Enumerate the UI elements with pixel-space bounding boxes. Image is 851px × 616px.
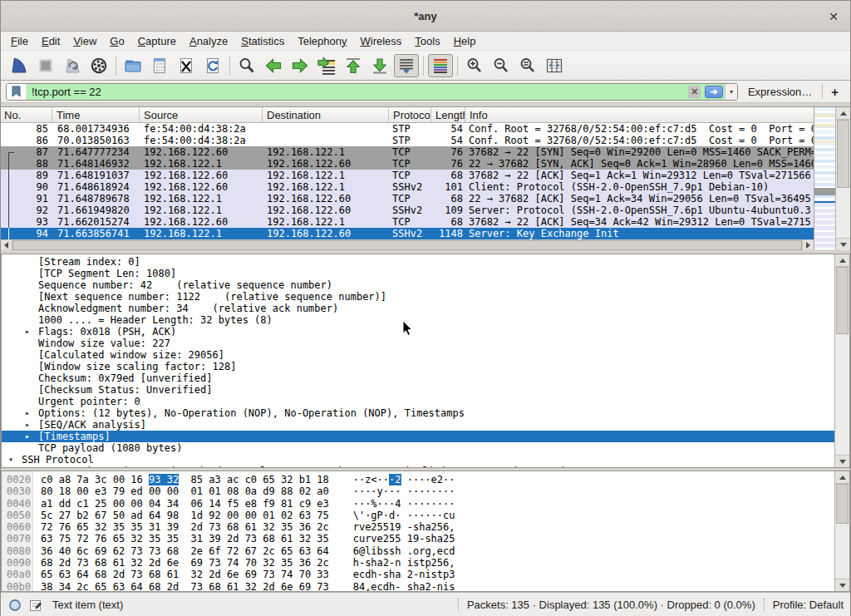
go-back-button[interactable]: [261, 54, 286, 77]
expander-icon[interactable]: [25, 442, 38, 454]
detail-tree-item[interactable]: Acknowledgment number: 34 (relative ack …: [2, 303, 834, 314]
filter-text-field[interactable]: [27, 84, 686, 100]
save-file-button[interactable]: 010101100111: [147, 54, 172, 77]
expander-icon[interactable]: ▸: [25, 431, 38, 442]
menu-item[interactable]: Help: [447, 32, 483, 50]
menu-item[interactable]: Analyze: [183, 32, 234, 50]
auto-scroll-toggle[interactable]: [394, 54, 419, 77]
hex-row[interactable]: 0080 36 40 6c 69 62 73 73 68 2e 6f 72 67…: [2, 545, 834, 557]
zoom-reset-button[interactable]: [515, 54, 540, 77]
hex-row[interactable]: 0040 a1 dd c1 25 00 00 04 34 06 14 f5 e8…: [2, 498, 834, 510]
detail-tree-item[interactable]: [Next sequence number: 1122 (relative se…: [2, 291, 834, 303]
detail-tree-item[interactable]: ▸ [Timestamps]: [2, 431, 834, 442]
packet-row[interactable]: 94 71.663856741 192.168.122.1 192.168.12…: [1, 228, 814, 239]
column-header[interactable]: Destination: [263, 107, 389, 122]
detail-tree-item[interactable]: [Stream index: 0]: [2, 256, 834, 268]
column-header[interactable]: Source: [140, 107, 263, 122]
detail-tree-item[interactable]: ▸ [SEQ/ACK analysis]: [2, 419, 834, 431]
scroll-down-button[interactable]: [836, 238, 850, 250]
go-last-packet-button[interactable]: [367, 54, 392, 77]
packet-row[interactable]: 91 71.648789678 192.168.122.1 192.168.12…: [1, 193, 814, 205]
expander-icon[interactable]: [25, 372, 38, 384]
colorize-toggle[interactable]: [428, 54, 453, 77]
packet-row[interactable]: 93 71.662015274 192.168.122.60 192.168.1…: [1, 216, 814, 228]
menu-item[interactable]: File: [4, 32, 35, 50]
detail-tree-item[interactable]: [Calculated window size: 29056]: [2, 349, 834, 361]
expander-icon[interactable]: [25, 303, 38, 314]
expander-icon[interactable]: ▸: [25, 419, 38, 431]
find-packet-button[interactable]: [234, 54, 259, 77]
expert-info-button[interactable]: [8, 599, 22, 612]
close-window-button[interactable]: ✕: [825, 8, 842, 25]
column-header[interactable]: Info: [465, 107, 814, 122]
column-header[interactable]: No.: [1, 107, 52, 122]
expander-icon[interactable]: ▸: [25, 407, 38, 419]
packet-row[interactable]: 92 71.661949820 192.168.122.1 192.168.12…: [1, 205, 814, 216]
intelligent-scrollbar-minimap[interactable]: [814, 107, 835, 250]
expander-icon[interactable]: [25, 396, 38, 407]
reload-file-button[interactable]: [200, 54, 225, 77]
scroll-up-button[interactable]: [835, 471, 849, 484]
display-filter-input[interactable]: ✕ ➜ ▾: [6, 83, 738, 101]
expander-icon[interactable]: [25, 361, 38, 372]
go-first-packet-button[interactable]: [341, 54, 366, 77]
menu-item[interactable]: Telephony: [291, 32, 353, 50]
detail-tree-item[interactable]: ▸ SSH Version 2 (encryption:chacha20-pol…: [2, 466, 834, 467]
profile-button[interactable]: Profile: Default: [773, 599, 850, 611]
hex-row[interactable]: 0090 68 2d 73 68 61 32 2d 6e 69 73 74 70…: [2, 557, 834, 569]
menu-item[interactable]: Edit: [35, 32, 66, 50]
hscroll-thumb[interactable]: [12, 240, 802, 250]
packet-list-hscrollbar[interactable]: [1, 239, 814, 250]
open-file-button[interactable]: [121, 54, 145, 77]
packet-row[interactable]: 86 70.013850163 fe:54:00:d4:38:2a STP 54…: [1, 135, 814, 146]
hex-row[interactable]: 0060 72 76 65 32 35 35 31 39 2d 73 68 61…: [2, 521, 834, 533]
detail-tree-item[interactable]: [Window size scaling factor: 128]: [2, 361, 834, 372]
vscroll-thumb[interactable]: [836, 484, 849, 524]
menu-item[interactable]: View: [66, 32, 103, 50]
hex-row[interactable]: 0020 c0 a8 7a 3c 00 16 93 32 85 a3 ac c0…: [2, 474, 834, 485]
packet-row[interactable]: 87 71.647777234 192.168.122.60 192.168.1…: [1, 146, 814, 158]
hex-row[interactable]: 0050 5c 27 b2 67 50 ad 64 98 1d 92 00 00…: [2, 510, 834, 521]
hex-vscrollbar[interactable]: [834, 471, 849, 591]
scroll-right-button[interactable]: [802, 240, 814, 250]
detail-tree-item[interactable]: ▾ SSH Protocol: [2, 454, 834, 466]
expander-icon[interactable]: [25, 314, 38, 326]
menu-item[interactable]: Capture: [131, 32, 183, 50]
capture-options-button[interactable]: [86, 54, 111, 77]
expander-icon[interactable]: ▸: [25, 466, 38, 467]
detail-tree-item[interactable]: Sequence number: 42 (relative sequence n…: [2, 279, 834, 291]
restart-capture-button[interactable]: [60, 54, 85, 77]
packet-row[interactable]: 88 71.648146932 192.168.122.1 192.168.12…: [1, 158, 814, 170]
scroll-down-button[interactable]: [835, 455, 849, 467]
capture-comment-button[interactable]: [29, 599, 42, 612]
add-filter-button[interactable]: +: [831, 85, 839, 99]
column-header[interactable]: Protocol: [389, 107, 431, 122]
expander-icon[interactable]: ▾: [8, 454, 22, 466]
detail-tree-item[interactable]: [Checksum Status: Unverified]: [2, 384, 834, 396]
vscroll-thumb[interactable]: [837, 120, 849, 188]
details-vscrollbar[interactable]: [834, 254, 849, 467]
stop-capture-button[interactable]: [33, 54, 58, 77]
hex-row[interactable]: 0070 63 75 72 76 65 32 35 35 31 39 2d 73…: [2, 533, 834, 545]
column-header[interactable]: Length: [431, 107, 465, 122]
scroll-up-button[interactable]: [836, 107, 850, 120]
expander-icon[interactable]: [25, 268, 38, 279]
menu-item[interactable]: Wireless: [354, 32, 409, 50]
detail-tree-item[interactable]: Window size value: 227: [2, 338, 834, 349]
detail-tree-item[interactable]: Urgent pointer: 0: [2, 396, 834, 407]
filter-dropdown-button[interactable]: ▾: [725, 84, 737, 100]
expander-icon[interactable]: [25, 384, 38, 396]
packet-row[interactable]: 89 71.648191037 192.168.122.60 192.168.1…: [1, 170, 814, 181]
expander-icon[interactable]: [25, 349, 38, 361]
detail-tree-item[interactable]: TCP payload (1080 bytes): [2, 442, 834, 454]
expander-icon[interactable]: [25, 256, 38, 268]
menu-item[interactable]: Statistics: [234, 32, 291, 50]
filter-clear-button[interactable]: ✕: [686, 84, 703, 100]
zoom-out-button[interactable]: [489, 54, 514, 77]
filter-apply-button[interactable]: ➜: [703, 84, 725, 100]
detail-tree-item[interactable]: 1000 .... = Header Length: 32 bytes (8): [2, 314, 834, 326]
menu-item[interactable]: Go: [103, 32, 130, 50]
detail-tree-item[interactable]: [TCP Segment Len: 1080]: [2, 268, 834, 279]
go-to-packet-button[interactable]: [314, 54, 339, 77]
detail-tree-item[interactable]: Checksum: 0x79ed [unverified]: [2, 372, 834, 384]
